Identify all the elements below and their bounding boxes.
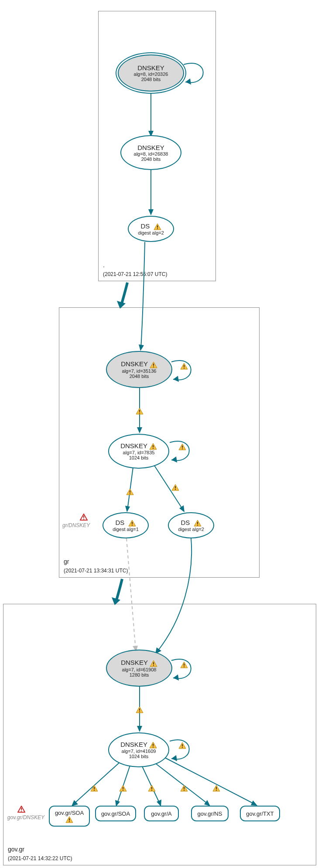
node-title: DS — [115, 519, 136, 527]
node-rr-txt[interactable]: gov.gr/TXT — [240, 806, 280, 821]
warning-icon — [180, 363, 188, 370]
node-title: gov.gr/TXT — [246, 810, 273, 817]
node-title: gov.gr/A — [151, 810, 171, 817]
node-sub1: alg=7, id=61908 — [122, 667, 157, 672]
node-title-text: DS — [115, 519, 124, 526]
node-root-ksk[interactable]: DNSKEY alg=8, id=20326 2048 bits — [118, 54, 184, 92]
error-icon — [17, 806, 25, 813]
node-sub2: 2048 bits — [141, 157, 161, 162]
error-icon — [80, 514, 88, 521]
node-gr-zsk[interactable]: DNSKEY alg=7, id=7835 1024 bits — [108, 434, 169, 469]
node-gov-zsk[interactable]: DNSKEY alg=7, id=41609 1024 bits — [108, 732, 169, 767]
node-title: DS — [140, 222, 161, 230]
node-title-text: DNSKEY — [120, 741, 147, 748]
node-gov-ksk[interactable]: DNSKEY alg=7, id=61908 1280 bits — [106, 650, 172, 687]
node-sub1: alg=7, id=7835 — [123, 450, 155, 455]
node-sub2: 2048 bits — [130, 374, 149, 379]
node-title: DS — [181, 519, 201, 527]
node-title-text: DNSKEY — [121, 360, 147, 368]
warning-icon — [178, 443, 186, 450]
warning-icon — [212, 785, 220, 792]
zone-root-name: . — [103, 262, 105, 269]
warning-icon — [119, 785, 127, 792]
dnssec-graph: . (2021-07-21 12:55:07 UTC) gr (2021-07-… — [0, 0, 335, 868]
warning-icon — [128, 520, 136, 527]
warning-icon — [136, 706, 144, 713]
zone-gov: gov.gr (2021-07-21 14:32:22 UTC) — [3, 604, 316, 865]
zone-gov-ts: (2021-07-21 14:32:22 UTC) — [8, 855, 72, 861]
node-title: gov.gr/SOA — [55, 810, 84, 816]
zone-gov-name: gov.gr — [8, 846, 24, 853]
warning-icon — [171, 484, 179, 491]
node-title: DNSKEY — [137, 144, 164, 151]
warning-icon — [194, 520, 202, 527]
node-gr-ds1[interactable]: DS digest alg=1 — [103, 512, 149, 538]
node-title: DNSKEY — [120, 741, 157, 749]
node-sub1: digest alg=2 — [138, 230, 164, 235]
warning-icon — [126, 488, 134, 495]
node-root-zsk[interactable]: DNSKEY alg=8, id=26838 2048 bits — [120, 135, 181, 170]
node-sub1: alg=8, id=20326 — [134, 71, 168, 77]
warning-icon — [180, 661, 188, 668]
zone-gr-name: gr — [64, 558, 69, 565]
node-rr-ns[interactable]: gov.gr/NS — [191, 806, 229, 821]
zone-root-ts: (2021-07-21 12:55:07 UTC) — [103, 271, 167, 277]
node-title-text: DS — [140, 222, 150, 230]
side-label-gov: gov.gr/DNSKEY — [5, 814, 44, 820]
zone-gr-ts: (2021-07-21 13:34:31 UTC) — [64, 568, 128, 574]
node-title: DNSKEY — [121, 360, 157, 368]
node-sub1: digest alg=1 — [113, 527, 139, 532]
node-sub2: 2048 bits — [141, 77, 161, 82]
warning-icon — [178, 742, 186, 749]
node-sub1: alg=8, id=26838 — [134, 151, 168, 157]
node-sub1: alg=7, id=35136 — [122, 368, 157, 374]
node-rr-soa-1[interactable]: gov.gr/SOA — [49, 806, 90, 827]
node-sub2: 1024 bits — [129, 455, 149, 460]
node-sub2: 1024 bits — [129, 754, 149, 759]
warning-icon — [154, 223, 161, 230]
warning-icon — [136, 408, 144, 415]
node-title: DNSKEY — [120, 442, 157, 450]
node-title: DNSKEY — [121, 659, 157, 667]
node-sub1: digest alg=2 — [178, 527, 204, 532]
warning-icon — [65, 816, 73, 823]
warning-icon — [149, 443, 157, 450]
warning-icon — [150, 660, 157, 667]
node-title: gov.gr/SOA — [101, 810, 130, 817]
side-label-gr: gr/DNSKEY — [62, 522, 89, 528]
warning-icon — [148, 785, 156, 792]
node-title-text: DNSKEY — [120, 442, 147, 449]
warning-icon — [149, 742, 157, 749]
node-rr-a[interactable]: gov.gr/A — [144, 806, 179, 821]
node-title: DNSKEY — [137, 64, 164, 71]
warning-icon — [180, 785, 188, 792]
node-sub2: 1280 bits — [130, 672, 149, 677]
warning-icon — [150, 361, 157, 368]
node-root-ds[interactable]: DS digest alg=2 — [128, 216, 174, 242]
node-title-text: DS — [181, 519, 190, 526]
node-rr-soa-2[interactable]: gov.gr/SOA — [95, 806, 136, 821]
node-title: gov.gr/NS — [198, 810, 222, 817]
node-title-text: DNSKEY — [121, 659, 147, 666]
node-gr-ds2[interactable]: DS digest alg=2 — [168, 512, 214, 538]
warning-icon — [90, 785, 98, 792]
node-gr-ksk[interactable]: DNSKEY alg=7, id=35136 2048 bits — [106, 351, 172, 388]
node-sub1: alg=7, id=41609 — [122, 749, 156, 754]
